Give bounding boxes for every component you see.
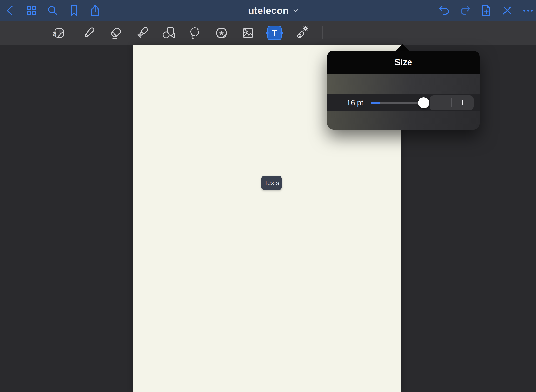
tool-group: a <box>47 21 314 45</box>
highlighter-tool-button[interactable] <box>129 21 155 45</box>
size-slider-row: 16 pt − + <box>327 94 480 111</box>
nav-left-group <box>3 0 102 21</box>
add-page-button[interactable] <box>479 4 493 18</box>
popover-band-bottom <box>327 111 480 130</box>
app-screen: utelecon <box>0 0 536 392</box>
selection-handle-right[interactable] <box>280 32 283 34</box>
size-stepper: − + <box>430 95 474 110</box>
share-icon <box>89 4 102 17</box>
lasso-icon <box>188 26 202 40</box>
undo-icon <box>438 4 451 17</box>
lasso-tool-button[interactable] <box>182 21 208 45</box>
popover-band-top <box>327 74 480 94</box>
image-tool-button[interactable] <box>235 21 261 45</box>
more-button[interactable] <box>521 4 535 18</box>
texts-tooltip: Texts <box>261 176 282 190</box>
popover-title: Size <box>395 57 412 67</box>
undo-button[interactable] <box>437 4 451 18</box>
pages-overview-button[interactable] <box>25 4 39 18</box>
document-title: utelecon <box>248 5 289 16</box>
share-button[interactable] <box>88 4 102 18</box>
size-value-label: 16 pt <box>341 94 369 111</box>
grid-icon <box>25 4 38 17</box>
toolbar-divider <box>73 26 73 39</box>
image-icon <box>241 26 255 40</box>
ellipsis-icon <box>522 4 535 17</box>
tool-bar: a <box>0 21 536 45</box>
toolbar-divider-right <box>322 26 323 39</box>
redo-icon <box>459 4 472 17</box>
pen-crossed-icon <box>501 4 514 17</box>
text-tool-active-box: T <box>267 26 282 40</box>
laser-pointer-icon <box>294 26 308 40</box>
back-chevron-icon <box>4 4 17 17</box>
bookmark-button[interactable] <box>67 4 81 18</box>
texts-tooltip-label: Texts <box>264 179 279 187</box>
elements-tool-button[interactable] <box>208 21 235 45</box>
document-title-button[interactable]: utelecon <box>248 0 299 21</box>
add-page-icon <box>480 4 493 17</box>
nav-right-group <box>437 0 535 21</box>
shapes-tool-button[interactable] <box>155 21 182 45</box>
decrease-size-button[interactable]: − <box>430 95 451 110</box>
popover-panel: Size 16 pt − + <box>327 51 480 130</box>
search-button[interactable] <box>46 4 60 18</box>
search-icon <box>46 4 59 17</box>
size-slider[interactable] <box>371 94 420 111</box>
top-nav-bar: utelecon <box>0 0 536 21</box>
popover-arrow <box>396 44 409 51</box>
sticker-star-icon <box>214 26 229 40</box>
bookmark-icon <box>67 4 80 17</box>
shapes-icon <box>161 26 176 40</box>
pen-tool-button[interactable] <box>76 21 102 45</box>
eraser-tool-button[interactable] <box>102 21 129 45</box>
highlighter-icon <box>134 26 149 40</box>
text-tool-button[interactable]: T <box>261 21 288 45</box>
slider-fill <box>371 102 380 104</box>
svg-text:a: a <box>52 29 57 38</box>
increase-size-button[interactable]: + <box>452 95 474 110</box>
back-button[interactable] <box>3 4 17 18</box>
popover-header: Size <box>327 51 480 74</box>
convert-text-tool-button[interactable]: a <box>47 21 70 45</box>
redo-button[interactable] <box>458 4 472 18</box>
editing-toggle-button[interactable] <box>500 4 514 18</box>
text-tool-glyph: T <box>272 28 277 38</box>
chevron-down-icon <box>293 7 299 14</box>
slider-thumb[interactable] <box>418 97 429 108</box>
selection-handle-left[interactable] <box>266 32 269 34</box>
convert-text-icon: a <box>51 26 66 40</box>
eraser-icon <box>108 26 123 40</box>
laser-pointer-tool-button[interactable] <box>288 21 314 45</box>
pen-icon <box>81 26 96 40</box>
